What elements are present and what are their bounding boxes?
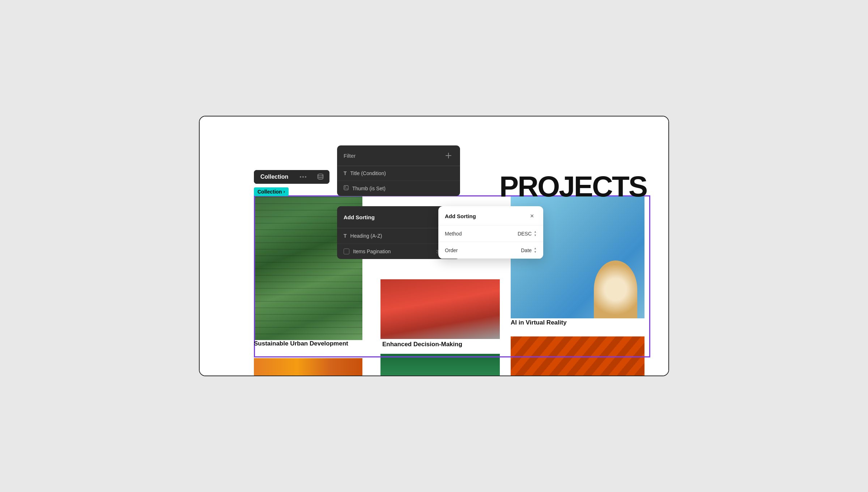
- main-frame: PROJECTS Sustainable Urban Development E…: [199, 116, 669, 376]
- modal-title: Add Sorting: [445, 213, 476, 219]
- card-title-ai: AI in Virtual Reality: [511, 319, 567, 326]
- filter-thumb-icon: [344, 185, 349, 191]
- filter-add-icon: [445, 152, 452, 159]
- pagination-checkbox[interactable]: [344, 249, 349, 254]
- sorting-heading-label: Heading (A-Z): [350, 233, 382, 239]
- collection-toolbar: Collection: [254, 170, 329, 184]
- card-image-corridor: [380, 279, 500, 339]
- card-image-orange-stripes: [511, 336, 644, 376]
- toolbar-more-button[interactable]: [295, 173, 311, 181]
- dot1: [300, 176, 301, 178]
- database-icon: [316, 173, 324, 181]
- sorting-heading-icon: T: [344, 233, 347, 239]
- modal-row-method: Method DESC: [438, 225, 543, 242]
- sorting-panel-title: Add Sorting: [344, 214, 375, 220]
- page-title: PROJECTS: [499, 170, 647, 203]
- filter-panel: Filter T Title (Condition) Thumb (is Set…: [337, 145, 460, 196]
- breadcrumb-arrow: ›: [284, 189, 285, 194]
- modal-order-value[interactable]: Date: [521, 247, 537, 254]
- image-icon: [344, 185, 349, 190]
- filter-title-icon: T: [344, 170, 347, 176]
- pagination-label: Items Pagination: [353, 249, 391, 254]
- page-title-area: PROJECTS: [499, 170, 647, 203]
- modal-method-label: Method: [445, 231, 462, 237]
- filter-item-thumb[interactable]: Thumb (is Set): [337, 181, 460, 196]
- pagination-left: Items Pagination: [344, 249, 391, 254]
- svg-point-4: [345, 186, 346, 187]
- collection-breadcrumb[interactable]: Collection ›: [254, 187, 289, 196]
- order-chevron-icon: [534, 247, 537, 254]
- sorting-modal: Add Sorting × Method DESC Order Date: [438, 206, 543, 259]
- modal-order-label: Order: [445, 247, 458, 253]
- dot3: [305, 176, 306, 178]
- card-image-orange-rect: [254, 358, 362, 376]
- modal-header: Add Sorting ×: [438, 206, 543, 225]
- filter-add-button[interactable]: [443, 150, 454, 161]
- filter-title-label: Title (Condition): [350, 170, 386, 176]
- modal-method-text: DESC: [518, 231, 532, 237]
- modal-order-text: Date: [521, 247, 532, 253]
- filter-panel-header: Filter: [337, 145, 460, 166]
- toolbar-collection-label: Collection: [254, 170, 295, 184]
- filter-panel-title: Filter: [344, 153, 356, 159]
- card-title-sustainable: Sustainable Urban Development: [254, 340, 348, 347]
- filter-item-title[interactable]: T Title (Condition): [337, 166, 460, 181]
- method-chevron-icon: [534, 230, 537, 237]
- chair-decoration: [594, 260, 637, 318]
- modal-method-value[interactable]: DESC: [518, 230, 537, 237]
- card-title-enhanced: Enhanced Decision-Making: [382, 341, 462, 348]
- filter-thumb-label: Thumb (is Set): [352, 186, 386, 191]
- modal-row-order: Order Date: [438, 242, 543, 259]
- dot2: [302, 176, 304, 178]
- breadcrumb-label: Collection: [258, 189, 282, 195]
- svg-point-0: [318, 174, 323, 176]
- toolbar-database-button[interactable]: [311, 170, 329, 184]
- svg-rect-3: [344, 186, 348, 190]
- modal-close-button[interactable]: ×: [527, 211, 537, 221]
- card-image-green-wall: [380, 354, 500, 376]
